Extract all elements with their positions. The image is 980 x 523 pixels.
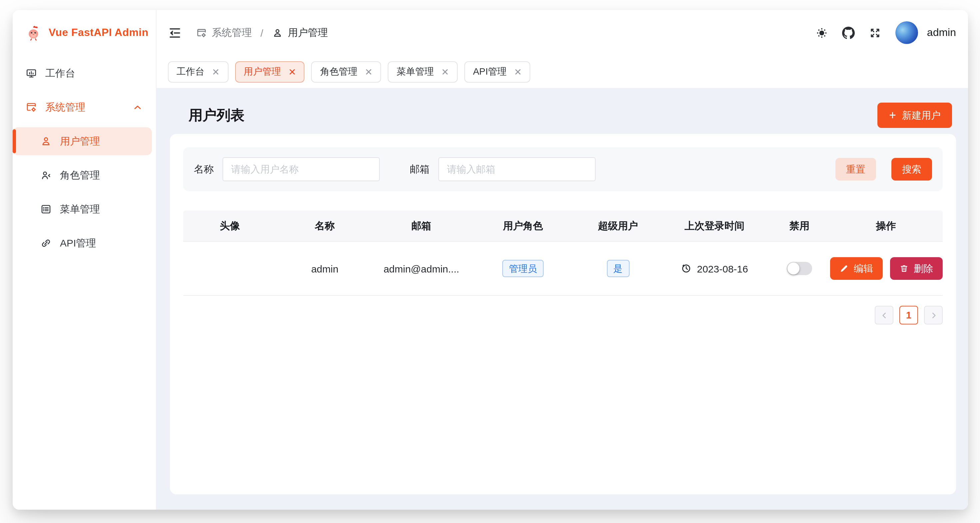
cell-last-login: 2023-08-16 (660, 242, 770, 295)
theme-toggle-sun-icon[interactable] (816, 26, 829, 39)
sidebar-item-label: 工作台 (45, 67, 75, 79)
create-user-label: 新建用户 (902, 109, 941, 122)
cell-email: admin@admin.... (373, 242, 470, 295)
cell-name: admin (277, 242, 373, 295)
col-email: 邮箱 (373, 211, 470, 241)
content-area: 用户列表 + 新建用户 名称 邮箱 重置 搜索 (157, 88, 968, 510)
monitor-icon (25, 67, 37, 79)
cell-superuser: 是 (576, 242, 660, 295)
tab-close-icon[interactable]: ✕ (288, 67, 296, 76)
sidebar-item-roles[interactable]: 角色管理 (13, 161, 152, 189)
brand: Vue FastAPI Admin (13, 10, 156, 55)
tab-close-icon[interactable]: ✕ (441, 67, 449, 76)
sidebar: Vue FastAPI Admin 工作台 (13, 10, 157, 510)
tab-close-icon[interactable]: ✕ (212, 67, 220, 76)
tab-label: 用户管理 (243, 66, 281, 78)
breadcrumb-current-label: 用户管理 (288, 26, 328, 39)
sidebar-item-menus[interactable]: 菜单管理 (13, 195, 152, 223)
chick-logo-icon (25, 24, 43, 41)
role-tag: 管理员 (502, 259, 544, 278)
edit-button[interactable]: 编辑 (830, 257, 882, 280)
email-filter-label: 邮箱 (410, 163, 430, 176)
col-name: 名称 (277, 211, 373, 241)
pencil-icon (839, 264, 848, 273)
table-row: admin admin@admin.... 管理员 是 (183, 242, 943, 296)
page-title: 用户列表 (189, 106, 245, 125)
tab-close-icon[interactable]: ✕ (514, 67, 522, 76)
window-gear-icon (25, 101, 37, 113)
search-button[interactable]: 搜索 (891, 158, 932, 181)
col-avatar: 头像 (183, 211, 277, 241)
tab-label: 角色管理 (320, 66, 358, 78)
sidebar-item-label: API管理 (60, 237, 96, 250)
col-superuser: 超级用户 (576, 211, 660, 241)
email-filter-input[interactable] (438, 157, 596, 181)
app-window: Vue FastAPI Admin 工作台 (13, 10, 968, 510)
api-link-icon (40, 237, 52, 249)
col-disabled: 禁用 (770, 211, 829, 241)
main-area: 系统管理 / 用户管理 (157, 10, 968, 510)
chevron-left-icon (880, 311, 888, 320)
window-gear-icon (196, 27, 207, 38)
delete-button[interactable]: 删除 (890, 257, 942, 280)
content-card: 名称 邮箱 重置 搜索 头像 名称 邮箱 用 (170, 134, 956, 494)
tab-roles[interactable]: 角色管理 ✕ (312, 61, 381, 82)
reset-button[interactable]: 重置 (835, 158, 876, 181)
topbar-actions: admin (816, 21, 956, 44)
cell-actions: 编辑 删除 (829, 242, 943, 295)
sidebar-item-label: 用户管理 (60, 135, 100, 148)
breadcrumb-separator: / (261, 27, 263, 38)
tab-users[interactable]: 用户管理 ✕ (235, 61, 304, 82)
breadcrumb-current[interactable]: 用户管理 (272, 26, 328, 39)
tab-apis[interactable]: API管理 ✕ (465, 61, 531, 82)
brand-title: Vue FastAPI Admin (49, 27, 149, 39)
breadcrumb-system[interactable]: 系统管理 (196, 26, 252, 39)
last-login-value: 2023-08-16 (697, 263, 748, 274)
table-header-row: 头像 名称 邮箱 用户角色 超级用户 上次登录时间 禁用 操作 (183, 211, 943, 242)
disabled-toggle[interactable] (787, 262, 812, 275)
sidebar-nav: 工作台 系统管理 (13, 55, 156, 257)
sidebar-item-workbench[interactable]: 工作台 (13, 59, 152, 87)
stage: Vue FastAPI Admin 工作台 (0, 0, 980, 523)
tab-workbench[interactable]: 工作台 ✕ (168, 61, 228, 82)
sidebar-item-label: 菜单管理 (60, 203, 100, 216)
name-filter-input[interactable] (223, 157, 380, 181)
col-actions: 操作 (829, 211, 943, 241)
chevron-right-icon (929, 311, 938, 320)
col-role: 用户角色 (470, 211, 576, 241)
user-avatar[interactable] (896, 21, 918, 44)
user-role-icon (40, 169, 52, 181)
sidebar-item-label: 系统管理 (45, 101, 85, 114)
page-next-button[interactable] (924, 306, 943, 324)
sidebar-item-label: 角色管理 (60, 169, 100, 181)
sidebar-item-apis[interactable]: API管理 (13, 229, 152, 257)
sidebar-item-users[interactable]: 用户管理 (13, 127, 152, 155)
sidebar-item-system[interactable]: 系统管理 (13, 93, 152, 121)
user-icon (40, 135, 52, 147)
page-number-current[interactable]: 1 (899, 306, 918, 324)
clock-history-icon (681, 263, 692, 274)
tab-label: 工作台 (177, 66, 205, 78)
toggle-knob (788, 262, 799, 275)
username[interactable]: admin (927, 27, 956, 39)
cell-role: 管理员 (470, 242, 576, 295)
breadcrumb: 系统管理 / 用户管理 (196, 26, 328, 39)
github-icon[interactable] (842, 26, 855, 39)
menu-list-icon (40, 203, 52, 215)
tab-menus[interactable]: 菜单管理 ✕ (388, 61, 457, 82)
create-user-button[interactable]: + 新建用户 (878, 103, 952, 128)
pagination: 1 (183, 306, 943, 324)
plus-icon: + (889, 109, 896, 121)
tab-close-icon[interactable]: ✕ (365, 67, 372, 76)
user-icon (272, 27, 283, 38)
chevron-up-icon (132, 102, 143, 112)
breadcrumb-system-label: 系统管理 (212, 26, 252, 39)
sidebar-collapse-icon[interactable] (168, 25, 182, 40)
col-last-login: 上次登录时间 (660, 211, 770, 241)
delete-label: 删除 (914, 262, 933, 275)
page-prev-button[interactable] (875, 306, 893, 324)
users-table: 头像 名称 邮箱 用户角色 超级用户 上次登录时间 禁用 操作 admin (183, 211, 943, 296)
name-filter-label: 名称 (194, 163, 214, 176)
superuser-tag: 是 (606, 259, 629, 278)
fullscreen-icon[interactable] (869, 26, 882, 39)
